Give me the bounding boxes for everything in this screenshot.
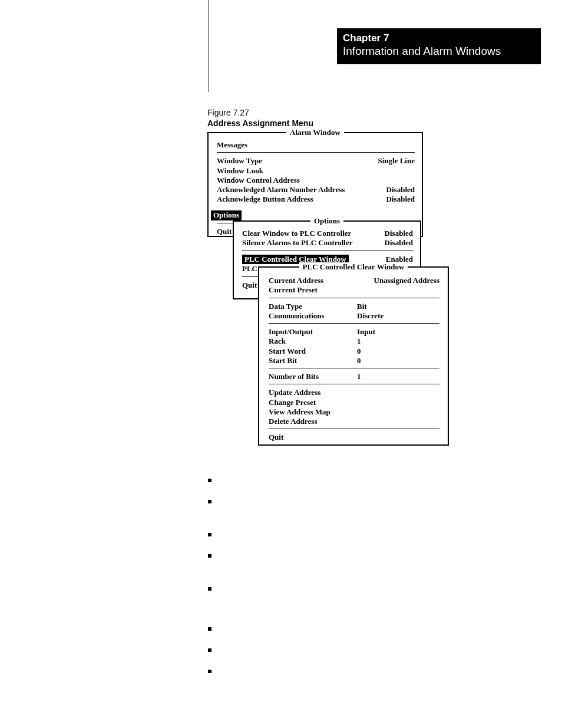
menu-item: Number of Bits [269,372,319,381]
menu-diagram: Alarm Window Messages Window TypeSingle … [207,132,449,456]
quit-label: Quit [242,281,257,290]
menu-item: Current Preset [269,285,318,295]
menu-item: Acknowledged Alarm Number Address [217,185,345,195]
menu-item-selected: PLC Controlled Clear Window [242,255,349,265]
chapter-header: Chapter 7 Information and Alarm Windows [337,28,541,64]
menu-item: Silence Alarms to PLC Controller [242,238,353,248]
menu-action: Delete Address [269,417,317,426]
menu-value: Disabled [386,195,415,204]
menu-value: Disabled [386,185,415,195]
menu-item: Start Bit [269,356,297,365]
bullet-icon [208,554,211,558]
plc-clear-window-panel: PLC Controlled Clear Window Current Addr… [258,266,449,446]
figure-title: Address Assignment Menu [207,118,313,129]
quit-label: Quit [269,433,283,442]
bullet-icon [208,648,211,652]
menu-value: 1 [357,337,439,346]
menu-item-partial: PLC [242,264,257,274]
chapter-title: Information and Alarm Windows [343,44,535,58]
bullet-icon [208,670,211,673]
menu-value: 0 [357,356,439,365]
menu-value: Enabled [386,255,413,265]
menu-value: Unassigned Address [374,276,439,285]
bullet-icon [208,627,211,631]
menu-item: Communications [269,311,325,321]
options-selected: Options [211,210,242,220]
menu-value: 1 [357,372,439,381]
menu-item: Acknowledge Button Address [217,195,313,204]
page: Chapter 7 Information and Alarm Windows … [0,0,562,728]
bullet-icon [208,500,211,503]
menu-value: Discrete [357,311,439,321]
menu-item: Clear Window to PLC Controller [242,229,351,238]
menu-item: Rack [269,337,286,346]
menu-action: Change Preset [269,398,316,407]
menu-item: Start Word [269,347,306,356]
figure-number: Figure 7.27 [207,107,313,118]
menu-item: Window Control Address [217,176,300,185]
menu-action: View Address Map [269,407,330,417]
figure-caption: Figure 7.27 Address Assignment Menu [207,107,313,129]
menu-item: Input/Output [269,327,313,337]
menu-item: Window Look [217,166,263,176]
bullet-icon [208,587,211,591]
bullet-icon [208,479,211,482]
chapter-number: Chapter 7 [343,32,535,44]
bullet-icon [208,533,211,536]
menu-value: 0 [357,347,439,356]
messages-label: Messages [217,140,247,150]
menu-value: Disabled [385,238,413,248]
menu-value: Disabled [385,229,413,238]
menu-item: Window Type [217,156,262,166]
menu-item: Current Address [269,276,323,285]
menu-action: Update Address [269,388,320,397]
menu-value: Bit [357,302,439,311]
menu-item: Data Type [269,302,302,311]
menu-value: Input [357,327,439,337]
bullet-list [208,479,220,673]
menu-value: Single Line [378,156,415,166]
vertical-rule [209,0,209,92]
